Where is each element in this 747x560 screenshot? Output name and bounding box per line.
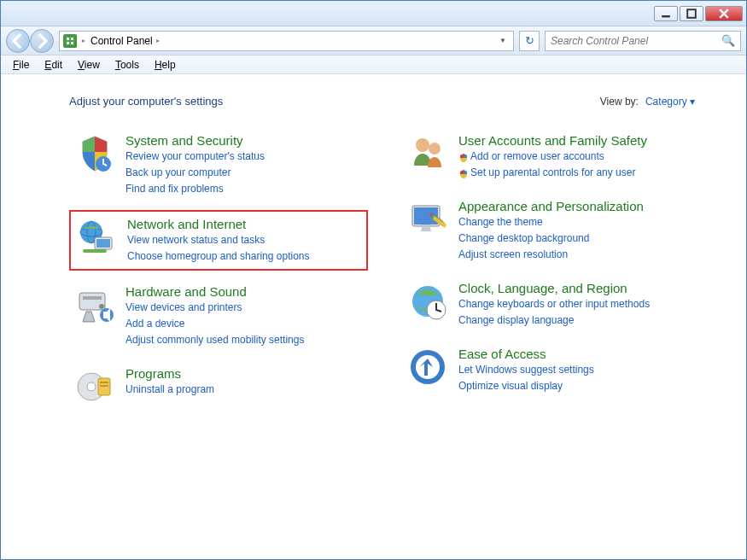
category-title[interactable]: Programs <box>125 366 214 381</box>
chevron-right-icon: ▸ <box>156 37 160 44</box>
left-column: System and SecurityReview your computer'… <box>69 128 368 412</box>
titlebar <box>1 1 746 26</box>
breadcrumb-item[interactable]: Control Panel <box>90 35 153 47</box>
close-button[interactable] <box>705 6 743 21</box>
menu-edit[interactable]: Edit <box>38 57 69 73</box>
toolbar: ▸ Control Panel ▸ ▼ ↻ 🔍 <box>1 26 746 55</box>
svg-point-26 <box>429 143 441 155</box>
category-link[interactable]: View devices and printers <box>125 300 304 315</box>
shield-icon <box>458 152 469 162</box>
view-by-label: View by: <box>600 96 639 108</box>
back-button[interactable] <box>6 29 30 53</box>
menu-file[interactable]: File <box>6 57 36 73</box>
view-by: View by: Category ▾ <box>600 96 695 108</box>
category-icon <box>74 133 115 174</box>
category-icon <box>74 284 115 325</box>
svg-rect-24 <box>100 385 108 387</box>
category-link[interactable]: Review your computer's status <box>125 149 265 164</box>
menu-help[interactable]: Help <box>148 57 183 73</box>
svg-point-18 <box>99 304 104 309</box>
svg-point-21 <box>87 382 96 391</box>
window-controls <box>654 6 743 21</box>
svg-rect-4 <box>65 36 75 46</box>
view-by-value-text: Category <box>645 96 687 108</box>
category-title[interactable]: Clock, Language, and Region <box>458 281 650 295</box>
category-link[interactable]: Optimize visual display <box>458 378 594 394</box>
svg-rect-7 <box>67 42 69 44</box>
search-input[interactable] <box>551 35 721 47</box>
svg-rect-17 <box>83 296 102 300</box>
category-link[interactable]: Adjust screen resolution <box>458 247 644 262</box>
category-title[interactable]: Ease of Access <box>458 347 594 361</box>
category-link[interactable]: Change keyboards or other input methods <box>458 296 650 312</box>
category-title[interactable]: Hardware and Sound <box>125 284 304 299</box>
view-by-dropdown[interactable]: Category ▾ <box>645 96 695 108</box>
category-icon <box>74 366 115 407</box>
category-icon <box>407 199 448 240</box>
content-area: Adjust your computer's settings View by:… <box>1 74 746 559</box>
menubar: File Edit View Tools Help <box>1 55 746 74</box>
category-icon <box>407 133 448 174</box>
control-panel-icon <box>63 34 77 48</box>
category-body: System and SecurityReview your computer'… <box>125 133 265 196</box>
category-link[interactable]: Uninstall a program <box>125 382 214 397</box>
address-dropdown-icon[interactable]: ▼ <box>496 37 510 44</box>
category-link[interactable]: Find and fix problems <box>125 181 265 196</box>
refresh-button[interactable]: ↻ <box>519 31 540 51</box>
category-link[interactable]: Change display language <box>458 312 650 328</box>
category-link[interactable]: Back up your computer <box>125 165 265 180</box>
chevron-right-icon: ▸ <box>82 37 85 44</box>
category-item: ProgramsUninstall a program <box>69 361 368 412</box>
category-item: Appearance and PersonalizationChange the… <box>402 194 701 267</box>
header-row: Adjust your computer's settings View by:… <box>69 95 746 108</box>
category-title[interactable]: User Accounts and Family Safety <box>458 133 647 148</box>
svg-point-25 <box>416 138 429 152</box>
category-body: User Accounts and Family SafetyAdd or re… <box>458 133 647 180</box>
category-body: Appearance and PersonalizationChange the… <box>458 199 644 262</box>
category-item: System and SecurityReview your computer'… <box>69 128 368 201</box>
nav-buttons <box>6 29 54 53</box>
search-box[interactable]: 🔍 <box>545 31 741 51</box>
page-title: Adjust your computer's settings <box>69 95 223 108</box>
svg-rect-15 <box>83 249 107 253</box>
category-icon <box>407 281 448 322</box>
svg-rect-6 <box>71 38 73 40</box>
svg-rect-23 <box>100 382 108 383</box>
category-link[interactable]: Add or remove user accounts <box>458 149 647 164</box>
shield-icon <box>458 168 469 178</box>
category-title[interactable]: System and Security <box>125 133 265 148</box>
menu-view[interactable]: View <box>71 57 107 73</box>
svg-rect-14 <box>96 239 110 248</box>
category-link[interactable]: Add a device <box>125 316 304 331</box>
category-item: Hardware and SoundView devices and print… <box>69 279 368 353</box>
category-link[interactable]: View network status and tasks <box>127 232 309 248</box>
category-link[interactable]: Change the theme <box>458 214 644 230</box>
category-link[interactable]: Choose homegroup and sharing options <box>127 248 309 264</box>
category-body: Network and InternetView network status … <box>127 217 309 264</box>
svg-rect-5 <box>67 38 69 40</box>
category-title[interactable]: Appearance and Personalization <box>458 199 644 213</box>
menu-tools[interactable]: Tools <box>108 57 146 73</box>
category-grid: System and SecurityReview your computer'… <box>69 128 746 412</box>
category-link[interactable]: Adjust commonly used mobility settings <box>125 332 304 347</box>
category-item: Network and InternetView network status … <box>69 210 368 271</box>
address-bar[interactable]: ▸ Control Panel ▸ ▼ <box>59 31 514 51</box>
category-title[interactable]: Network and Internet <box>127 217 309 231</box>
search-icon: 🔍 <box>721 34 735 47</box>
category-item: Clock, Language, and RegionChange keyboa… <box>402 276 701 333</box>
category-link[interactable]: Let Windows suggest settings <box>458 362 594 377</box>
category-item: Ease of AccessLet Windows suggest settin… <box>402 341 701 399</box>
right-column: User Accounts and Family SafetyAdd or re… <box>402 128 701 412</box>
minimize-button[interactable] <box>654 6 678 21</box>
breadcrumb: Control Panel ▸ <box>90 35 491 47</box>
category-body: Hardware and SoundView devices and print… <box>125 284 304 347</box>
forward-button[interactable] <box>30 29 54 53</box>
category-icon <box>407 347 448 388</box>
svg-rect-1 <box>687 9 696 18</box>
svg-rect-8 <box>71 42 73 44</box>
category-icon <box>76 217 117 258</box>
category-body: Ease of AccessLet Windows suggest settin… <box>458 347 594 394</box>
category-link[interactable]: Set up parental controls for any user <box>458 165 647 180</box>
maximize-button[interactable] <box>680 6 703 21</box>
category-link[interactable]: Change desktop background <box>458 230 644 246</box>
